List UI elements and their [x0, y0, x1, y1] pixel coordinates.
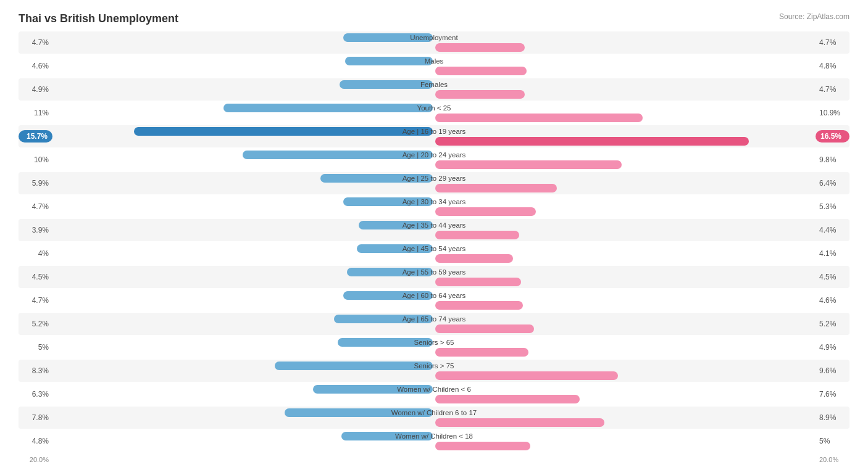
- british-value: 5.2%: [816, 320, 849, 328]
- thai-bar: [338, 338, 433, 347]
- british-value: 9.8%: [816, 155, 849, 164]
- bars-container: Age | 55 to 59 years: [52, 266, 816, 288]
- bars-container: Age | 30 to 34 years: [52, 196, 816, 218]
- british-value: 5.3%: [816, 202, 849, 211]
- thai-bar: [134, 127, 433, 136]
- british-value: 8.9%: [816, 413, 849, 422]
- british-bar: [435, 184, 557, 192]
- bars-container: Males: [52, 55, 816, 77]
- bars-container: Age | 60 to 64 years: [52, 289, 816, 312]
- bars-container: Seniors > 75: [52, 360, 816, 382]
- bars-container: Unemployment: [52, 31, 816, 54]
- thai-value: 6.3%: [19, 390, 52, 399]
- british-bar: [435, 254, 513, 263]
- thai-bar: [223, 104, 433, 112]
- thai-value: 4%: [19, 249, 52, 258]
- axis-right: 20.0%: [816, 456, 849, 463]
- bars-container: Age | 16 to 19 years: [52, 125, 816, 147]
- chart-row: 4.8%Women w/ Children < 185%: [19, 430, 849, 452]
- chart-wrapper: Thai vs British Unemployment Source: Zip…: [19, 12, 849, 467]
- british-bar: [435, 90, 525, 99]
- thai-value: 3.9%: [19, 226, 52, 234]
- british-bar: [435, 137, 749, 146]
- chart-title: Thai vs British Unemployment: [19, 12, 178, 25]
- bars-container: Women w/ Children < 6: [52, 383, 816, 405]
- thai-bar: [347, 268, 433, 276]
- british-value: 4.4%: [816, 226, 849, 234]
- thai-bar: [343, 197, 433, 206]
- chart-row: 6.3%Women w/ Children < 67.6%: [19, 383, 849, 405]
- thai-value: 15.7%: [19, 130, 52, 143]
- bars-container: Age | 65 to 74 years: [52, 313, 816, 335]
- bars-container: Females: [52, 78, 816, 101]
- thai-bar: [313, 385, 433, 394]
- chart-row: 7.8%Women w/ Children 6 to 178.9%: [19, 407, 849, 429]
- thai-value: 5%: [19, 343, 52, 352]
- british-bar: [435, 67, 527, 75]
- axis-left: 20.0%: [19, 456, 52, 463]
- thai-value: 4.7%: [19, 38, 52, 47]
- thai-bar: [343, 33, 433, 42]
- chart-row: 4.5%Age | 55 to 59 years4.5%: [19, 266, 849, 288]
- bars-container: Age | 20 to 24 years: [52, 149, 816, 171]
- british-value: 4.6%: [816, 296, 849, 305]
- thai-bar: [320, 174, 433, 183]
- chart-row: 8.3%Seniors > 759.6%: [19, 360, 849, 382]
- british-bar: [435, 371, 618, 380]
- chart-row: 4%Age | 45 to 54 years4.1%: [19, 242, 849, 265]
- british-value: 4.9%: [816, 343, 849, 352]
- axis-row: 20.0% 20.0%: [19, 456, 849, 463]
- british-bar: [435, 324, 534, 333]
- chart-row: 5%Seniors > 654.9%: [19, 336, 849, 358]
- thai-value: 4.5%: [19, 273, 52, 281]
- british-bar: [435, 442, 530, 450]
- bars-container: Age | 35 to 44 years: [52, 219, 816, 241]
- british-value: 4.8%: [816, 62, 849, 70]
- chart-row: 4.7%Age | 30 to 34 years5.3%: [19, 196, 849, 218]
- chart-row: 4.7%Age | 60 to 64 years4.6%: [19, 289, 849, 312]
- british-value: 4.7%: [816, 85, 849, 94]
- chart-row: 15.7%Age | 16 to 19 years16.5%: [19, 125, 849, 147]
- british-value: 10.9%: [816, 109, 849, 117]
- british-value: 4.7%: [816, 38, 849, 47]
- thai-bar: [243, 151, 433, 159]
- british-bar: [435, 207, 536, 216]
- british-value: 4.1%: [816, 249, 849, 258]
- thai-value: 5.9%: [19, 179, 52, 188]
- thai-value: 4.7%: [19, 202, 52, 211]
- thai-bar: [275, 362, 433, 370]
- thai-value: 11%: [19, 109, 52, 117]
- thai-bar: [343, 291, 433, 300]
- british-bar: [435, 160, 622, 169]
- bars-container: Youth < 25: [52, 102, 816, 124]
- source-label: Source: ZipAtlas.com: [779, 12, 849, 21]
- thai-value: 4.6%: [19, 62, 52, 70]
- british-value: 5%: [816, 437, 849, 445]
- british-bar: [435, 301, 523, 310]
- british-bar: [435, 43, 525, 52]
- thai-bar: [357, 244, 433, 253]
- chart-area: 4.7%Unemployment4.7%4.6%Males4.8%4.9%Fem…: [19, 31, 849, 452]
- chart-row: 4.7%Unemployment4.7%: [19, 31, 849, 54]
- british-value: 6.4%: [816, 179, 849, 188]
- chart-row: 4.6%Males4.8%: [19, 55, 849, 77]
- british-value: 16.5%: [816, 130, 849, 143]
- bars-container: Age | 45 to 54 years: [52, 242, 816, 265]
- british-bar: [435, 395, 580, 403]
- thai-value: 7.8%: [19, 413, 52, 422]
- thai-bar: [334, 315, 433, 323]
- thai-value: 5.2%: [19, 320, 52, 328]
- chart-row: 3.9%Age | 35 to 44 years4.4%: [19, 219, 849, 241]
- british-bar: [435, 418, 604, 427]
- british-bar: [435, 278, 521, 286]
- british-bar: [435, 348, 528, 357]
- british-value: 4.5%: [816, 273, 849, 281]
- thai-bar: [345, 57, 433, 65]
- british-bar: [435, 114, 643, 122]
- chart-row: 5.2%Age | 65 to 74 years5.2%: [19, 313, 849, 335]
- thai-bar: [359, 221, 433, 229]
- thai-value: 10%: [19, 155, 52, 164]
- chart-row: 11%Youth < 2510.9%: [19, 102, 849, 124]
- thai-bar: [285, 408, 433, 417]
- thai-value: 8.3%: [19, 366, 52, 375]
